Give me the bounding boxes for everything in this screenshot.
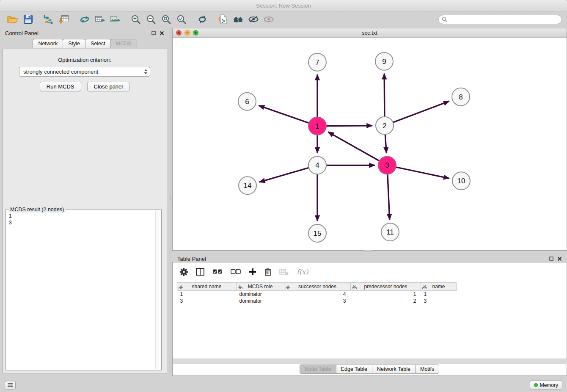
delete-table-button[interactable] <box>279 268 289 275</box>
zoom-in-button[interactable] <box>128 13 143 26</box>
column-header-MCDS-role[interactable]: MCDS role <box>237 283 284 291</box>
svg-text:11: 11 <box>386 228 394 236</box>
deselect-all-button[interactable] <box>231 268 241 275</box>
edge-3-10[interactable] <box>388 166 449 179</box>
search-input[interactable] <box>449 16 559 23</box>
graph-node-2[interactable]: 2 <box>376 117 394 135</box>
zoom-window-button[interactable] <box>193 30 198 36</box>
tab-network-table[interactable]: Network Table <box>372 364 416 374</box>
tab-network[interactable]: Network <box>33 39 63 48</box>
function-builder-button[interactable]: f(x) <box>297 268 308 276</box>
run-mcds-button[interactable]: Run MCDS <box>40 82 81 91</box>
column-tree-icon <box>352 284 357 290</box>
tab-select[interactable]: Select <box>85 39 111 48</box>
minimize-window-button[interactable] <box>184 30 190 36</box>
close-window-button[interactable] <box>176 30 182 36</box>
zoom-selected-button[interactable] <box>174 13 189 26</box>
table-settings-button[interactable] <box>180 268 188 276</box>
open-file-button[interactable] <box>5 13 20 26</box>
show-columns-button[interactable] <box>196 268 204 276</box>
node-table: shared nameMCDS rolesuccessor nodesprede… <box>177 282 457 304</box>
select-all-button[interactable] <box>212 268 223 275</box>
tab-motifs[interactable]: Motifs <box>415 364 439 374</box>
add-column-button[interactable] <box>249 268 256 276</box>
mcds-panel: Optimization criterion: strongly connect… <box>2 49 167 373</box>
graph-node-4[interactable]: 4 <box>308 156 326 174</box>
tab-node-table[interactable]: Node Table <box>300 364 336 374</box>
graph-node-6[interactable]: 6 <box>238 93 256 110</box>
result-scrollbar[interactable] <box>155 211 160 369</box>
column-header-name[interactable]: name <box>421 283 457 291</box>
graph-node-3[interactable]: 3 <box>378 156 396 174</box>
zoom-out-button[interactable] <box>143 13 159 26</box>
table-panel-body: f(x) shared nameMCDS rolesuccessor nodes… <box>172 262 567 376</box>
export-image-icon <box>110 15 120 24</box>
close-panel-button[interactable]: Close panel <box>87 82 130 91</box>
horizontal-splitter-handle[interactable] <box>363 250 372 252</box>
svg-text:9: 9 <box>382 58 386 66</box>
edge-4-14[interactable] <box>259 166 317 182</box>
close-glyph-icon <box>177 31 180 34</box>
export-table-button[interactable] <box>92 13 107 26</box>
control-panel-header: Control Panel <box>0 27 169 39</box>
optimization-criterion-select[interactable]: strongly connected component <box>19 67 150 77</box>
document-share-button[interactable] <box>215 13 231 26</box>
memory-button[interactable]: Memory <box>530 381 562 389</box>
network-window-titlebar[interactable]: scc.txt <box>173 28 567 38</box>
save-session-button[interactable] <box>20 13 36 26</box>
float-panel-button[interactable] <box>151 31 156 35</box>
graphics-details-button[interactable] <box>246 13 261 26</box>
table-row[interactable]: 1dominator411 <box>177 291 457 298</box>
graph-node-14[interactable]: 14 <box>239 177 256 194</box>
tab-mcds[interactable]: MCDS <box>110 39 137 48</box>
table-hscrollbar[interactable] <box>173 359 566 364</box>
columns-icon <box>196 268 204 276</box>
mcds-result-list[interactable]: 13 <box>8 212 154 368</box>
graph-node-11[interactable]: 11 <box>381 223 399 241</box>
zoom-fit-button[interactable] <box>159 13 174 26</box>
control-panel-title: Control Panel <box>5 30 39 36</box>
svg-text:7: 7 <box>315 58 319 66</box>
window-titlebar[interactable]: Session: New Session <box>0 0 567 11</box>
edge-1-6[interactable] <box>259 105 317 126</box>
network-view-window: scc.txt 7968124314101511 <box>172 28 567 251</box>
mcds-result-group: MCDS result (2 nodes) 13 <box>6 210 162 370</box>
export-image-button[interactable] <box>107 13 123 26</box>
search-box[interactable] <box>438 15 562 24</box>
delete-column-button[interactable] <box>264 268 271 276</box>
column-header-shared-name[interactable]: shared name <box>177 283 237 291</box>
window-title: Session: New Session <box>256 3 311 9</box>
import-network-button[interactable] <box>41 13 56 26</box>
column-header-successor-nodes[interactable]: successor nodes <box>284 283 351 291</box>
share-network-button[interactable] <box>77 13 92 26</box>
svg-text:8: 8 <box>459 93 462 101</box>
column-tree-icon <box>179 284 183 290</box>
zoom-in-icon <box>131 14 141 25</box>
splitter-handle-icon <box>171 197 171 198</box>
graph-node-15[interactable]: 15 <box>308 224 326 242</box>
vertical-splitter[interactable] <box>169 27 172 373</box>
edge-3-1[interactable] <box>328 132 386 165</box>
close-control-panel-button[interactable] <box>160 31 164 36</box>
panel-toggle-button[interactable] <box>5 381 16 389</box>
table-row[interactable]: 3dominator323 <box>177 298 457 304</box>
tab-style[interactable]: Style <box>63 39 85 48</box>
graph-node-1[interactable]: 1 <box>308 117 326 135</box>
svg-text:15: 15 <box>314 229 322 237</box>
tab-edge-table[interactable]: Edge Table <box>336 364 372 374</box>
graph-node-10[interactable]: 10 <box>452 172 470 190</box>
graph-node-7[interactable]: 7 <box>308 53 326 71</box>
import-table-button[interactable] <box>56 13 72 26</box>
column-tree-icon <box>286 284 290 290</box>
column-header-predecessor-nodes[interactable]: predecessor nodes <box>351 283 421 291</box>
graph-node-8[interactable]: 8 <box>452 88 470 106</box>
refresh-layout-button[interactable] <box>195 13 210 26</box>
float-table-panel-button[interactable] <box>549 257 553 261</box>
network-canvas[interactable]: 7968124314101511 <box>173 38 567 250</box>
minimize-glyph-icon <box>186 31 189 34</box>
edge-2-8[interactable] <box>385 101 449 125</box>
close-table-panel-button[interactable] <box>557 257 562 261</box>
graph-node-9[interactable]: 9 <box>375 52 393 70</box>
home-button[interactable] <box>231 13 246 26</box>
show-graphics-button[interactable] <box>261 13 276 26</box>
